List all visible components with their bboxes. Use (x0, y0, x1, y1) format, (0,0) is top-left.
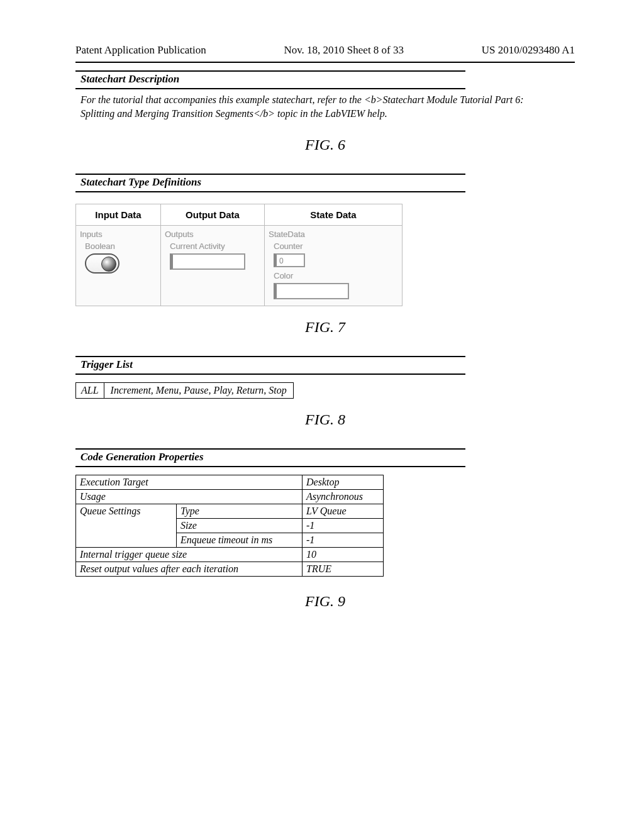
table-row: Internal trigger queue size 10 (76, 548, 384, 562)
trigger-list-cell: Increment, Menu, Pause, Play, Return, St… (104, 382, 294, 399)
table-row: Queue Settings Type LV Queue (76, 504, 384, 519)
fig6-title: Statechart Description (75, 70, 465, 89)
patent-figure-page: Patent Application Publication Nov. 18, … (0, 0, 644, 830)
usage-val: Asynchronous (303, 490, 384, 504)
queue-size-key: Size (177, 519, 303, 533)
input-data-column: Input Data Inputs Boolean (76, 204, 161, 306)
input-data-body: Inputs Boolean (76, 226, 160, 280)
exec-target-key: Execution Target (76, 475, 303, 490)
current-activity-control: Current Activity (170, 241, 260, 270)
queue-timeout-key: Enqueue timeout in ms (177, 533, 303, 548)
boolean-switch-icon (85, 253, 119, 274)
state-data-body: StateData Counter 0 Color (265, 226, 402, 306)
trigger-all-cell: ALL (75, 382, 104, 399)
fig6-description: For the tutorial that accompanies this e… (75, 89, 528, 124)
queue-size-val: -1 (303, 519, 384, 533)
fig9-caption: FIG. 9 (75, 593, 575, 610)
output-data-body: Outputs Current Activity (161, 226, 264, 276)
fig9-title: Code Generation Properties (75, 448, 465, 467)
internal-trigger-queue-key: Internal trigger queue size (76, 548, 303, 562)
type-defs-panel: Input Data Inputs Boolean Output Data Ou… (75, 204, 402, 306)
state-data-head: State Data (265, 204, 402, 226)
header-left: Patent Application Publication (75, 44, 206, 57)
exec-target-val: Desktop (303, 475, 384, 490)
output-data-column: Output Data Outputs Current Activity (161, 204, 265, 306)
current-activity-label: Current Activity (170, 241, 260, 251)
output-data-head: Output Data (161, 204, 264, 226)
reset-output-val: TRUE (303, 562, 384, 577)
color-label: Color (274, 271, 398, 280)
fig8-caption: FIG. 8 (75, 411, 575, 428)
counter-label: Counter (274, 241, 398, 251)
header-center: Nov. 18, 2010 Sheet 8 of 33 (284, 44, 404, 57)
internal-trigger-queue-val: 10 (303, 548, 384, 562)
table-row: Reset output values after each iteration… (76, 562, 384, 577)
queue-type-key: Type (177, 504, 303, 519)
fig6-section: Statechart Description (75, 70, 575, 89)
fig7-section: Statechart Type Definitions (75, 174, 575, 192)
boolean-label: Boolean (85, 241, 157, 251)
counter-control: Counter 0 (274, 241, 398, 267)
code-gen-properties-table: Execution Target Desktop Usage Asynchron… (75, 475, 384, 577)
color-field (274, 283, 349, 299)
page-header: Patent Application Publication Nov. 18, … (75, 44, 575, 57)
queue-timeout-val: -1 (303, 533, 384, 548)
reset-output-key: Reset output values after each iteration (76, 562, 303, 577)
boolean-control: Boolean (85, 241, 157, 274)
table-row: Usage Asynchronous (76, 490, 384, 504)
fig6-caption: FIG. 6 (75, 136, 575, 153)
header-right: US 2010/0293480 A1 (482, 44, 575, 57)
counter-field: 0 (274, 253, 305, 267)
statedata-cluster-label: StateData (269, 230, 398, 239)
input-data-head: Input Data (76, 204, 160, 226)
header-rule (75, 62, 575, 63)
inputs-cluster-label: Inputs (80, 230, 157, 239)
trigger-list-row: ALL Increment, Menu, Pause, Play, Return… (75, 382, 575, 399)
fig7-caption: FIG. 7 (75, 319, 575, 336)
fig7-title: Statechart Type Definitions (75, 174, 465, 192)
usage-key: Usage (76, 490, 303, 504)
table-row: Execution Target Desktop (76, 475, 384, 490)
fig8-title: Trigger List (75, 356, 465, 375)
current-activity-field (170, 253, 245, 270)
outputs-cluster-label: Outputs (165, 230, 260, 239)
queue-settings-key: Queue Settings (76, 504, 177, 548)
fig9-section: Code Generation Properties (75, 448, 575, 467)
state-data-column: State Data StateData Counter 0 Color (265, 204, 402, 306)
color-control: Color (274, 271, 398, 299)
fig8-section: Trigger List (75, 356, 575, 375)
queue-type-val: LV Queue (303, 504, 384, 519)
